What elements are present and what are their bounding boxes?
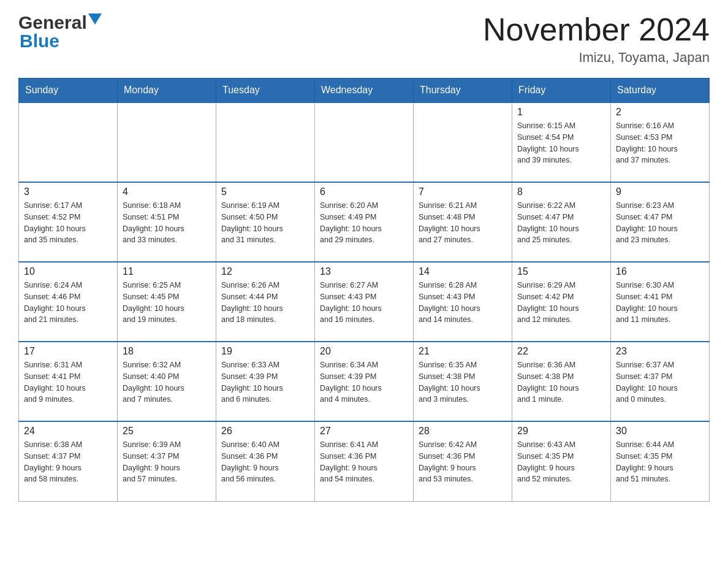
day-info: Sunrise: 6:29 AM Sunset: 4:42 PM Dayligh… xyxy=(517,280,605,326)
week-row-1: 1Sunrise: 6:15 AM Sunset: 4:54 PM Daylig… xyxy=(19,102,710,182)
calendar-cell: 6Sunrise: 6:20 AM Sunset: 4:49 PM Daylig… xyxy=(315,182,414,262)
week-row-4: 17Sunrise: 6:31 AM Sunset: 4:41 PM Dayli… xyxy=(19,342,710,421)
day-number: 5 xyxy=(221,186,309,197)
calendar-cell: 24Sunrise: 6:38 AM Sunset: 4:37 PM Dayli… xyxy=(19,421,118,501)
logo-blue-text: Blue xyxy=(20,31,59,51)
day-number: 28 xyxy=(419,426,507,437)
calendar-table: SundayMondayTuesdayWednesdayThursdayFrid… xyxy=(18,78,710,502)
day-number: 30 xyxy=(616,426,704,437)
page-header: General Blue November 2024 Imizu, Toyama… xyxy=(18,12,710,66)
week-row-5: 24Sunrise: 6:38 AM Sunset: 4:37 PM Dayli… xyxy=(19,421,710,501)
day-info: Sunrise: 6:39 AM Sunset: 4:37 PM Dayligh… xyxy=(123,439,211,485)
calendar-cell: 11Sunrise: 6:25 AM Sunset: 4:45 PM Dayli… xyxy=(118,262,216,342)
day-info: Sunrise: 6:23 AM Sunset: 4:47 PM Dayligh… xyxy=(616,200,704,246)
day-number: 29 xyxy=(517,426,605,437)
day-info: Sunrise: 6:42 AM Sunset: 4:36 PM Dayligh… xyxy=(419,439,507,485)
day-number: 6 xyxy=(320,186,408,197)
calendar-cell: 29Sunrise: 6:43 AM Sunset: 4:35 PM Dayli… xyxy=(512,421,611,501)
day-number: 21 xyxy=(419,346,507,357)
calendar-cell: 16Sunrise: 6:30 AM Sunset: 4:41 PM Dayli… xyxy=(611,262,710,342)
day-info: Sunrise: 6:36 AM Sunset: 4:38 PM Dayligh… xyxy=(517,359,605,405)
day-info: Sunrise: 6:40 AM Sunset: 4:36 PM Dayligh… xyxy=(221,439,309,485)
calendar-cell: 30Sunrise: 6:44 AM Sunset: 4:35 PM Dayli… xyxy=(611,421,710,501)
calendar-cell: 9Sunrise: 6:23 AM Sunset: 4:47 PM Daylig… xyxy=(611,182,710,262)
day-number: 16 xyxy=(616,266,704,277)
calendar-cell: 21Sunrise: 6:35 AM Sunset: 4:38 PM Dayli… xyxy=(414,342,512,421)
week-row-2: 3Sunrise: 6:17 AM Sunset: 4:52 PM Daylig… xyxy=(19,182,710,262)
day-number: 11 xyxy=(123,266,211,277)
calendar-cell: 14Sunrise: 6:28 AM Sunset: 4:43 PM Dayli… xyxy=(414,262,512,342)
location-title: Imizu, Toyama, Japan xyxy=(483,50,710,66)
month-title: November 2024 xyxy=(483,12,710,47)
day-info: Sunrise: 6:43 AM Sunset: 4:35 PM Dayligh… xyxy=(517,439,605,485)
day-info: Sunrise: 6:27 AM Sunset: 4:43 PM Dayligh… xyxy=(320,280,408,326)
calendar-cell: 25Sunrise: 6:39 AM Sunset: 4:37 PM Dayli… xyxy=(118,421,216,501)
day-info: Sunrise: 6:28 AM Sunset: 4:43 PM Dayligh… xyxy=(419,280,507,326)
weekday-header-tuesday: Tuesday xyxy=(216,79,315,103)
calendar-cell: 5Sunrise: 6:19 AM Sunset: 4:50 PM Daylig… xyxy=(216,182,315,262)
calendar-cell: 22Sunrise: 6:36 AM Sunset: 4:38 PM Dayli… xyxy=(512,342,611,421)
day-number: 23 xyxy=(616,346,704,357)
day-info: Sunrise: 6:33 AM Sunset: 4:39 PM Dayligh… xyxy=(221,359,309,405)
calendar-cell: 1Sunrise: 6:15 AM Sunset: 4:54 PM Daylig… xyxy=(512,102,611,182)
calendar-cell: 8Sunrise: 6:22 AM Sunset: 4:47 PM Daylig… xyxy=(512,182,611,262)
day-number: 15 xyxy=(517,266,605,277)
day-number: 13 xyxy=(320,266,408,277)
calendar-cell: 19Sunrise: 6:33 AM Sunset: 4:39 PM Dayli… xyxy=(216,342,315,421)
day-number: 22 xyxy=(517,346,605,357)
weekday-header-thursday: Thursday xyxy=(414,79,512,103)
calendar-cell: 26Sunrise: 6:40 AM Sunset: 4:36 PM Dayli… xyxy=(216,421,315,501)
day-number: 26 xyxy=(221,426,309,437)
day-number: 20 xyxy=(320,346,408,357)
day-info: Sunrise: 6:31 AM Sunset: 4:41 PM Dayligh… xyxy=(24,359,112,405)
day-info: Sunrise: 6:15 AM Sunset: 4:54 PM Dayligh… xyxy=(517,120,605,166)
day-number: 25 xyxy=(123,426,211,437)
calendar-cell: 3Sunrise: 6:17 AM Sunset: 4:52 PM Daylig… xyxy=(19,182,118,262)
weekday-header-wednesday: Wednesday xyxy=(315,79,414,103)
day-info: Sunrise: 6:21 AM Sunset: 4:48 PM Dayligh… xyxy=(419,200,507,246)
day-number: 12 xyxy=(221,266,309,277)
day-info: Sunrise: 6:30 AM Sunset: 4:41 PM Dayligh… xyxy=(616,280,704,326)
day-info: Sunrise: 6:16 AM Sunset: 4:53 PM Dayligh… xyxy=(616,120,704,166)
day-number: 8 xyxy=(517,186,605,197)
logo-area: General Blue xyxy=(18,12,102,52)
day-number: 7 xyxy=(419,186,507,197)
day-info: Sunrise: 6:44 AM Sunset: 4:35 PM Dayligh… xyxy=(616,439,704,485)
day-number: 9 xyxy=(616,186,704,197)
day-number: 1 xyxy=(517,107,605,118)
day-number: 10 xyxy=(24,266,112,277)
calendar-cell: 4Sunrise: 6:18 AM Sunset: 4:51 PM Daylig… xyxy=(118,182,216,262)
calendar-cell: 2Sunrise: 6:16 AM Sunset: 4:53 PM Daylig… xyxy=(611,102,710,182)
day-number: 19 xyxy=(221,346,309,357)
day-number: 27 xyxy=(320,426,408,437)
calendar-cell: 18Sunrise: 6:32 AM Sunset: 4:40 PM Dayli… xyxy=(118,342,216,421)
day-info: Sunrise: 6:19 AM Sunset: 4:50 PM Dayligh… xyxy=(221,200,309,246)
weekday-header-sunday: Sunday xyxy=(19,79,118,103)
weekday-header-saturday: Saturday xyxy=(611,79,710,103)
day-info: Sunrise: 6:41 AM Sunset: 4:36 PM Dayligh… xyxy=(320,439,408,485)
calendar-cell xyxy=(414,102,512,182)
calendar-cell xyxy=(216,102,315,182)
calendar-cell xyxy=(118,102,216,182)
weekday-header-monday: Monday xyxy=(118,79,216,103)
day-number: 4 xyxy=(123,186,211,197)
calendar-cell: 28Sunrise: 6:42 AM Sunset: 4:36 PM Dayli… xyxy=(414,421,512,501)
day-number: 14 xyxy=(419,266,507,277)
day-info: Sunrise: 6:34 AM Sunset: 4:39 PM Dayligh… xyxy=(320,359,408,405)
day-info: Sunrise: 6:20 AM Sunset: 4:49 PM Dayligh… xyxy=(320,200,408,246)
calendar-cell xyxy=(315,102,414,182)
day-info: Sunrise: 6:17 AM Sunset: 4:52 PM Dayligh… xyxy=(24,200,112,246)
week-row-3: 10Sunrise: 6:24 AM Sunset: 4:46 PM Dayli… xyxy=(19,262,710,342)
day-info: Sunrise: 6:32 AM Sunset: 4:40 PM Dayligh… xyxy=(123,359,211,405)
day-info: Sunrise: 6:22 AM Sunset: 4:47 PM Dayligh… xyxy=(517,200,605,246)
weekday-header-friday: Friday xyxy=(512,79,611,103)
calendar-cell: 15Sunrise: 6:29 AM Sunset: 4:42 PM Dayli… xyxy=(512,262,611,342)
calendar-cell: 7Sunrise: 6:21 AM Sunset: 4:48 PM Daylig… xyxy=(414,182,512,262)
day-number: 24 xyxy=(24,426,112,437)
day-info: Sunrise: 6:35 AM Sunset: 4:38 PM Dayligh… xyxy=(419,359,507,405)
title-area: November 2024 Imizu, Toyama, Japan xyxy=(483,12,710,66)
calendar-cell: 13Sunrise: 6:27 AM Sunset: 4:43 PM Dayli… xyxy=(315,262,414,342)
calendar-cell: 23Sunrise: 6:37 AM Sunset: 4:37 PM Dayli… xyxy=(611,342,710,421)
day-number: 2 xyxy=(616,107,704,118)
calendar-cell: 20Sunrise: 6:34 AM Sunset: 4:39 PM Dayli… xyxy=(315,342,414,421)
